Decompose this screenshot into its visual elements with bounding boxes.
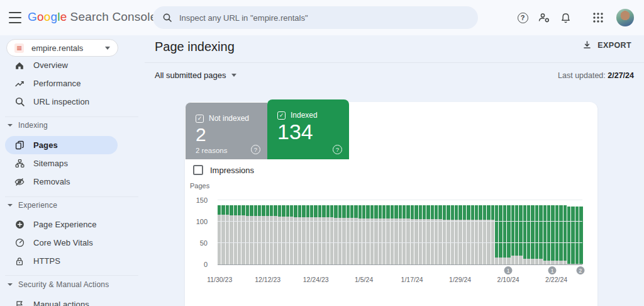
chart-bar[interactable] <box>487 205 490 264</box>
chart-bar[interactable] <box>394 205 397 264</box>
chart-bar[interactable] <box>511 205 514 264</box>
export-button[interactable]: EXPORT <box>582 40 631 50</box>
chart-bar[interactable] <box>471 205 474 264</box>
chart-bar[interactable] <box>575 207 579 264</box>
chart-bar[interactable] <box>262 205 265 264</box>
chart-bar[interactable] <box>491 205 494 264</box>
chart-bar[interactable] <box>366 205 369 264</box>
chart-bar[interactable] <box>266 205 269 264</box>
chart-bar[interactable] <box>326 205 330 264</box>
checkbox-checked-icon[interactable]: ✓ <box>196 115 204 123</box>
chart-bar[interactable] <box>531 205 534 264</box>
chart-bar[interactable] <box>238 205 241 264</box>
chart-bar[interactable] <box>499 205 502 264</box>
chart-bar[interactable] <box>539 205 542 264</box>
chart-bar[interactable] <box>523 205 526 264</box>
chart-bar[interactable] <box>483 205 486 264</box>
sidebar-item-https[interactable]: HTTPS <box>0 252 123 270</box>
chart-bar[interactable] <box>234 205 237 264</box>
chart-bar[interactable] <box>347 205 350 264</box>
chart-bar[interactable] <box>354 205 357 264</box>
chart-bar[interactable] <box>495 205 498 264</box>
chart-bar[interactable] <box>314 205 317 264</box>
chart-bar[interactable] <box>519 205 522 264</box>
chart-bar[interactable] <box>551 205 554 264</box>
chart-bar[interactable] <box>567 207 570 264</box>
annotation-badge[interactable]: 1 <box>504 266 513 275</box>
chart-bar[interactable] <box>564 205 567 264</box>
chart-bar[interactable] <box>559 205 562 264</box>
chart-bar[interactable] <box>503 205 506 264</box>
help-question-icon[interactable]: ? <box>333 145 342 154</box>
chart-bar[interactable] <box>535 205 538 264</box>
sidebar-section-security-manual-actions[interactable]: Security & Manual Actions <box>8 280 109 289</box>
sidebar-item-overview[interactable]: Overview <box>0 56 123 74</box>
sidebar-item-url-inspection[interactable]: URL inspection <box>0 93 123 111</box>
chart-bar[interactable] <box>423 205 426 264</box>
search-input[interactable] <box>179 13 469 23</box>
tab-not-indexed[interactable]: ✓ Not indexed 2 2 reasons ? <box>186 103 267 159</box>
chart-bar[interactable] <box>571 207 574 264</box>
annotation-badge[interactable]: 1 <box>548 266 557 275</box>
chart-bar[interactable] <box>543 205 547 264</box>
chart-bar[interactable] <box>391 205 394 264</box>
chart-bar[interactable] <box>338 205 341 264</box>
chart-bar[interactable] <box>358 205 362 264</box>
chart-bar[interactable] <box>282 205 285 264</box>
chart-bar[interactable] <box>370 205 374 264</box>
chart-bar[interactable] <box>527 205 530 264</box>
chart-bar[interactable] <box>443 205 446 264</box>
chart-bar[interactable] <box>322 205 325 264</box>
annotation-badge[interactable]: 2 <box>576 266 584 275</box>
chart-bar[interactable] <box>579 207 582 264</box>
chart-bar[interactable] <box>406 205 409 264</box>
chart-bar[interactable] <box>250 205 253 264</box>
sidebar-item-sitemaps[interactable]: Sitemaps <box>0 154 123 173</box>
chart-bar[interactable] <box>379 205 382 264</box>
chart-bar[interactable] <box>254 205 257 264</box>
chart-bar[interactable] <box>334 205 337 264</box>
chart-bar[interactable] <box>479 205 482 264</box>
sidebar-item-pages[interactable]: Pages <box>5 136 118 154</box>
chart-bar[interactable] <box>302 205 305 264</box>
chart-bar[interactable] <box>402 205 406 264</box>
chart-bar[interactable] <box>270 205 273 264</box>
chart-bar[interactable] <box>298 205 301 264</box>
chart-bar[interactable] <box>399 205 402 264</box>
notifications-bell-icon[interactable] <box>555 7 576 28</box>
chart-bars[interactable] <box>218 200 582 264</box>
chart-bar[interactable] <box>426 205 430 264</box>
chart-bar[interactable] <box>278 205 281 264</box>
chart-bar[interactable] <box>342 205 345 264</box>
submitted-pages-dropdown[interactable]: All submitted pages <box>155 71 236 80</box>
chart-bar[interactable] <box>362 205 365 264</box>
sidebar-item-performance[interactable]: Performance <box>0 74 123 93</box>
sidebar-section-indexing[interactable]: Indexing <box>8 121 48 130</box>
hamburger-menu-icon[interactable] <box>9 12 21 23</box>
chart-bar[interactable] <box>467 205 470 264</box>
chart-bar[interactable] <box>451 205 454 264</box>
google-apps-grid-icon[interactable] <box>587 7 609 28</box>
chart-bar[interactable] <box>310 205 313 264</box>
chart-bar[interactable] <box>386 205 389 264</box>
sidebar-item-removals[interactable]: Removals <box>0 173 123 191</box>
property-selector[interactable]: ▦ empire.rentals <box>6 39 118 57</box>
chart-bar[interactable] <box>419 205 422 264</box>
chart-bar[interactable] <box>221 205 225 264</box>
tab-indexed[interactable]: ✓ Indexed 134 ? <box>267 99 349 159</box>
sidebar-item-page-experience[interactable]: Page Experience <box>0 215 123 234</box>
chart-bar[interactable] <box>294 205 297 264</box>
chart-bar[interactable] <box>475 205 478 264</box>
chart-bar[interactable] <box>438 205 441 264</box>
chart-bar[interactable] <box>555 205 558 264</box>
chart-bar[interactable] <box>507 205 510 264</box>
checkbox-unchecked-icon[interactable] <box>193 165 203 175</box>
chart-bar[interactable] <box>515 205 518 264</box>
chart-bar[interactable] <box>306 205 309 264</box>
sidebar-item-core-web-vitals[interactable]: Core Web Vitals <box>0 234 123 252</box>
chart-bar[interactable] <box>447 205 450 264</box>
chart-bar[interactable] <box>274 205 277 264</box>
chart-bar[interactable] <box>431 205 434 264</box>
chart-bar[interactable] <box>246 205 249 264</box>
sidebar-item-manual-actions[interactable]: Manual actions <box>0 295 123 306</box>
